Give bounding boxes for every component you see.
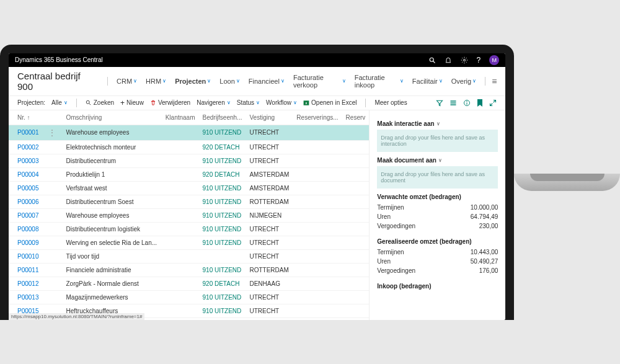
more-options[interactable]: Meer opties <box>374 99 407 106</box>
menu-facturatie verkoop[interactable]: Facturatie verkoop∨ <box>291 73 348 90</box>
table-row[interactable]: P00012ZorgPàrk - Normale dienst920 DETAC… <box>9 277 369 290</box>
factbox-interactie-head[interactable]: Maak interactie aan∨ <box>377 120 498 127</box>
col-bedrijf[interactable]: Bedrijfseenh... <box>199 110 246 125</box>
menu-facturatie inkoop[interactable]: Facturatie inkoop∨ <box>352 73 406 90</box>
menu-facilitair[interactable]: Facilitair∨ <box>410 73 445 90</box>
workflow-action[interactable]: Workflow∨ <box>266 99 297 106</box>
factbox-document-head[interactable]: Maak document aan∨ <box>377 157 498 164</box>
row-more-icon <box>42 236 62 249</box>
table-row[interactable]: P00002Elektrotechnisch monteur920 DETACH… <box>9 140 369 154</box>
cell-bedrijf[interactable]: 910 UITZEND <box>199 125 246 140</box>
col-omschrijving[interactable]: Omschrijving <box>62 110 161 125</box>
bell-icon[interactable] <box>445 56 452 64</box>
cell-bedrijf[interactable]: 910 UITZEND <box>199 304 246 317</box>
cell-nr[interactable]: P00012 <box>9 277 42 290</box>
navigate-action[interactable]: Navigeren∨ <box>197 99 231 106</box>
cell-nr[interactable]: P00002 <box>9 140 42 154</box>
col-reserv[interactable]: Reserv <box>342 110 370 125</box>
table-row[interactable]: P00006Distributiecentrum Soest910 UITZEN… <box>9 195 369 208</box>
svg-rect-9 <box>451 104 456 105</box>
menu-label: Loon <box>219 78 234 85</box>
cell-vestiging: AMSTERDAM <box>246 181 293 195</box>
table-row[interactable]: P00005Verfstraat west910 UITZENDAMSTERDA… <box>9 181 369 195</box>
cell-nr[interactable]: P00005 <box>9 181 42 195</box>
expand-icon[interactable] <box>489 99 497 107</box>
table-row[interactable]: P00001⋮Warehouse employees910 UITZENDUTR… <box>9 125 369 140</box>
table-row[interactable]: P00008Distributiecentrum logistiek910 UI… <box>9 222 369 236</box>
cell-bedrijf[interactable]: 910 UITZEND <box>199 263 246 277</box>
table-row[interactable]: P00007Warehouse employees910 UITZENDNIJM… <box>9 208 369 222</box>
cell-vestiging: UTRECHT <box>246 290 293 304</box>
cell-bedrijf <box>199 249 246 263</box>
menu-label: Facturatie verkoop <box>293 74 341 89</box>
status-action[interactable]: Status∨ <box>237 99 260 106</box>
avatar[interactable]: M <box>489 55 499 65</box>
cell-klant <box>162 277 199 290</box>
cell-bedrijf[interactable]: 920 DETACH <box>199 277 246 290</box>
cell-reserverings <box>293 290 342 304</box>
table-row[interactable]: P00003Distributiecentrum910 UITZENDUTREC… <box>9 154 369 167</box>
menu-financieel[interactable]: Financieel∨ <box>246 73 287 90</box>
cell-nr[interactable]: P00013 <box>9 290 42 304</box>
cell-bedrijf[interactable]: 920 DETACH <box>199 140 246 154</box>
delete-action[interactable]: Verwijderen <box>150 99 190 106</box>
table-row[interactable]: P00011Financiele administratie910 UITZEN… <box>9 263 369 277</box>
cell-nr[interactable]: P00010 <box>9 249 42 263</box>
cell-nr[interactable]: P00009 <box>9 236 42 249</box>
search-icon[interactable] <box>428 56 436 64</box>
col-klantnaam[interactable]: Klantnaam <box>162 110 199 125</box>
status-label: Status <box>237 99 254 106</box>
cell-nr[interactable]: P00011 <box>9 263 42 277</box>
cell-bedrijf[interactable]: 910 UITZEND <box>199 208 246 222</box>
cell-nr[interactable]: P00006 <box>9 195 42 208</box>
bookmark-icon[interactable] <box>477 99 483 107</box>
cell-bedrijf[interactable]: 920 DETACH <box>199 167 246 181</box>
gear-icon[interactable] <box>461 56 468 64</box>
cell-reserverings <box>293 263 342 277</box>
filter-icon[interactable] <box>436 99 443 107</box>
cell-bedrijf[interactable]: 910 UITZEND <box>199 317 246 320</box>
cell-nr[interactable]: P00008 <box>9 222 42 236</box>
cell-nr[interactable]: P00007 <box>9 208 42 222</box>
menu-projecten[interactable]: Projecten∨ <box>172 73 213 90</box>
menu-overig[interactable]: Overig∨ <box>449 73 479 90</box>
table-row[interactable]: P00004Produktielijn 1920 DETACHAMSTERDAM <box>9 167 369 181</box>
interactie-dropzone[interactable]: Drag and drop your files here and save a… <box>377 130 498 152</box>
cell-bedrijf[interactable]: 910 UITZEND <box>199 154 246 167</box>
cell-vestiging: ROTTERDAM <box>246 263 293 277</box>
help-icon[interactable]: ? <box>477 56 481 64</box>
excel-action[interactable]: xOpenen in Excel <box>303 99 356 106</box>
cell-bedrijf[interactable]: 910 UITZEND <box>199 181 246 195</box>
cell-vestiging: UTRECHT <box>246 140 293 154</box>
delete-label: Verwijderen <box>158 99 190 106</box>
col-nr[interactable]: Nr. ↑ <box>9 110 42 125</box>
cell-klant <box>162 249 199 263</box>
table-row[interactable]: P00013Magazijnmedewerkers910 UITZENDUTRE… <box>9 290 369 304</box>
search-action[interactable]: Zoeken <box>86 99 114 106</box>
menu-crm[interactable]: CRM∨ <box>114 73 140 90</box>
hamburger-icon[interactable]: ≡ <box>492 76 497 86</box>
cell-nr[interactable]: P00001 <box>9 125 42 140</box>
data-grid[interactable]: Nr. ↑OmschrijvingKlantnaamBedrijfseenh..… <box>9 110 369 320</box>
kv-key: Uren <box>377 213 391 220</box>
menu-hrm[interactable]: HRM∨ <box>143 73 169 90</box>
cell-bedrijf[interactable]: 910 UITZEND <box>199 195 246 208</box>
cell-bedrijf[interactable]: 910 UITZEND <box>199 222 246 236</box>
view-filter[interactable]: Alle∨ <box>51 99 68 106</box>
row-more-icon[interactable]: ⋮ <box>42 125 62 140</box>
menu-loon[interactable]: Loon∨ <box>217 73 242 90</box>
company-name[interactable]: Centraal bedrijf 900 <box>17 71 95 92</box>
cell-nr[interactable]: P00004 <box>9 167 42 181</box>
new-action[interactable]: +Nieuw <box>120 99 144 107</box>
info-icon[interactable] <box>463 99 471 107</box>
table-row[interactable]: P00010Tijd voor tijdUTRECHT <box>9 249 369 263</box>
cell-bedrijf[interactable]: 910 UITZEND <box>199 236 246 249</box>
table-row[interactable]: P00009Werving en selectie Ria de Lan...9… <box>9 236 369 249</box>
col-reserverings[interactable]: Reserverings... <box>293 110 342 125</box>
cell-nr[interactable]: P00003 <box>9 154 42 167</box>
cell-bedrijf[interactable]: 910 UITZEND <box>199 290 246 304</box>
col-vestiging[interactable]: Vestiging <box>246 110 293 125</box>
chevron-down-icon: ∨ <box>472 78 476 84</box>
document-dropzone[interactable]: Drag and drop your files here and save a… <box>377 166 498 189</box>
list-view-icon[interactable] <box>450 99 457 107</box>
